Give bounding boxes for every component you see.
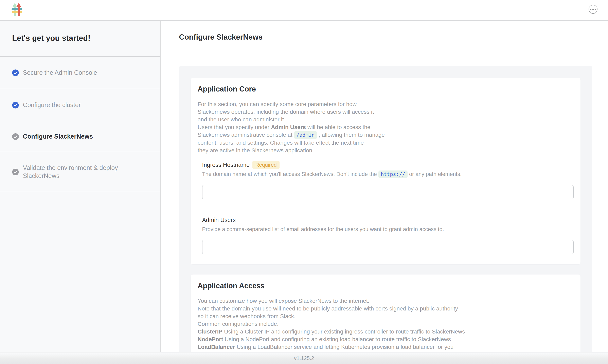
code-chip: https://	[378, 170, 408, 178]
sidebar-step-secure-admin-console[interactable]: Secure the Admin Console	[0, 57, 160, 89]
title-divider	[179, 52, 592, 52]
config-panel: Application Core For this section, you c…	[179, 66, 592, 352]
section-title-application-core: Application Core	[198, 85, 574, 93]
text-segment: The domain name at which you'll access S…	[202, 171, 378, 177]
text-segment: Using a NodePort and configuring an exis…	[223, 336, 451, 342]
step-label: Configure SlackerNews	[23, 132, 93, 141]
page-title: Configure SlackerNews	[179, 33, 592, 42]
overflow-menu-button[interactable]	[589, 5, 597, 14]
check-complete-icon	[12, 69, 19, 76]
bold-text-segment: LoadBalancer	[198, 344, 235, 350]
check-pending-icon	[12, 169, 19, 175]
ingress-hostname-field: Ingress Hostname Required The domain nam…	[202, 161, 574, 199]
admin-users-help: Provide a comma-separated list of email …	[202, 225, 574, 233]
application-core-description: For this section, you can specify some c…	[198, 100, 574, 154]
ingress-hostname-label-row: Ingress Hostname Required	[202, 161, 574, 169]
setup-sidebar: Let's get you started! Secure the Admin …	[0, 20, 161, 352]
code-chip: /admin	[294, 131, 317, 139]
application-access-description: You can customize how you will expose Sl…	[198, 297, 574, 352]
main-content: Configure SlackerNews Application Core F…	[161, 20, 608, 352]
check-complete-icon	[12, 102, 19, 108]
step-label: Secure the Admin Console	[23, 69, 97, 77]
version-label: v1.125.2	[294, 355, 314, 361]
required-badge: Required	[252, 161, 279, 169]
admin-users-field: Admin Users Provide a comma-separated li…	[202, 216, 574, 254]
app-root: Let's get you started! Secure the Admin …	[0, 0, 608, 364]
sidebar-title: Let's get you started!	[12, 34, 90, 43]
ingress-hostname-help: The domain name at which you'll access S…	[202, 170, 574, 178]
admin-users-label-row: Admin Users	[202, 216, 574, 224]
top-header	[0, 0, 608, 21]
footer: v1.125.2	[0, 352, 608, 364]
check-pending-icon	[12, 133, 19, 140]
bold-text-segment: Admin Users	[271, 124, 306, 130]
ingress-hostname-label: Ingress Hostname	[202, 161, 249, 169]
ellipsis-icon	[590, 9, 591, 10]
text-segment: Using a Cluster IP and configuring your …	[222, 328, 465, 335]
sidebar-header: Let's get you started!	[0, 20, 160, 57]
bold-text-segment: NodePort	[198, 336, 223, 342]
bold-text-segment: ClusterIP	[198, 328, 222, 335]
section-title-application-access: Application Access	[198, 281, 574, 290]
slackernews-logo-icon	[11, 3, 22, 16]
sidebar-step-validate-and-deploy[interactable]: Validate the environment & deploy Slacke…	[0, 152, 160, 192]
text-segment: or any path elements.	[408, 171, 462, 177]
application-core-card: Application Core For this section, you c…	[191, 78, 580, 264]
application-access-card: Application Access You can customize how…	[191, 274, 580, 352]
admin-users-input[interactable]	[202, 240, 574, 254]
text-segment: You can customize how you will expose Sl…	[198, 298, 458, 327]
admin-users-label: Admin Users	[202, 216, 236, 224]
step-label: Validate the environment & deploy Slacke…	[23, 164, 136, 180]
ingress-hostname-input[interactable]	[202, 185, 574, 199]
step-label: Configure the cluster	[23, 101, 81, 109]
text-segment: Using a LoadBalancer service and letting…	[198, 344, 491, 352]
sidebar-step-configure-slackernews[interactable]: Configure SlackerNews	[0, 121, 160, 152]
sidebar-step-configure-cluster[interactable]: Configure the cluster	[0, 89, 160, 121]
